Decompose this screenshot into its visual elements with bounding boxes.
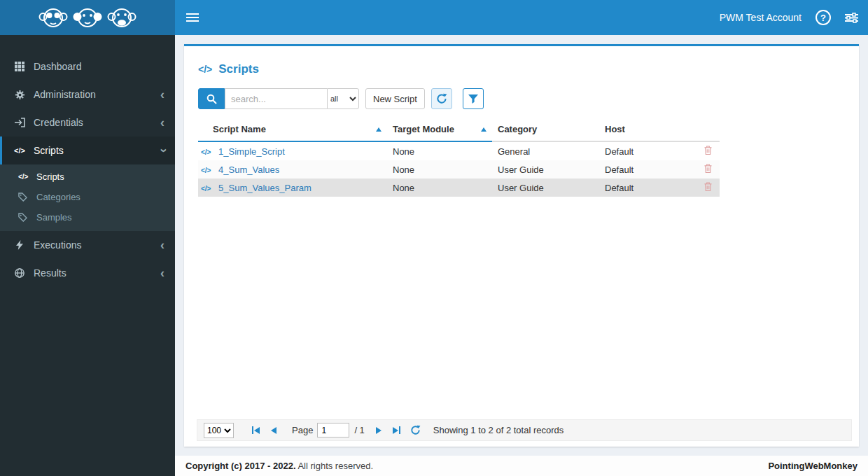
sidebar-item-label: Administration xyxy=(34,89,96,100)
page-title: </> Scripts xyxy=(198,46,845,76)
app-window: PWM Test Account ? xyxy=(0,0,868,476)
see-no-evil-monkey-icon xyxy=(38,6,69,30)
pager-refresh-button[interactable] xyxy=(410,425,421,435)
trash-icon xyxy=(704,146,712,155)
records-summary: Showing 1 to 2 of 2 total records xyxy=(433,425,564,435)
hamburger-menu-button[interactable] xyxy=(186,13,199,22)
column-header-host[interactable]: Host xyxy=(599,118,696,141)
help-icon[interactable]: ? xyxy=(816,10,831,25)
host-cell: Default xyxy=(599,160,696,178)
table-row: </> 4_Sum_Values None User Guide Default xyxy=(198,160,720,178)
submenu-item-categories[interactable]: Categories xyxy=(0,187,175,207)
submenu-item-samples[interactable]: Samples xyxy=(0,207,175,227)
sidebar-item-credentials[interactable]: Credentials ‹ xyxy=(0,108,175,136)
sidebar-item-dashboard[interactable]: Dashboard xyxy=(0,52,175,80)
total-pages-label: / 1 xyxy=(354,425,364,435)
previous-page-button[interactable] xyxy=(271,427,276,434)
category-cell: User Guide xyxy=(492,178,599,197)
trash-icon xyxy=(704,182,712,191)
refresh-icon xyxy=(436,93,447,104)
speak-no-evil-monkey-icon xyxy=(106,6,137,30)
sidebar-item-results[interactable]: Results ‹ xyxy=(0,259,175,287)
script-link[interactable]: 4_Sum_Values xyxy=(218,164,279,175)
category-cell: User Guide xyxy=(492,160,599,178)
globe-icon xyxy=(10,268,29,278)
sort-asc-icon xyxy=(376,127,382,132)
sidebar-item-label: Scripts xyxy=(34,145,64,156)
toolbar: all New Script xyxy=(198,88,845,109)
search-icon xyxy=(206,94,217,104)
script-link[interactable]: 1_Simple_Script xyxy=(218,146,285,157)
submenu-item-label: Scripts xyxy=(36,172,64,182)
next-page-icon xyxy=(376,427,382,434)
sidebar-item-executions[interactable]: Executions ‹ xyxy=(0,231,175,259)
refresh-icon xyxy=(410,425,421,435)
dashboard-grid-icon xyxy=(10,62,29,71)
header-actions: PWM Test Account ? xyxy=(720,0,858,35)
code-icon: </> xyxy=(201,185,211,192)
sidebar-item-label: Credentials xyxy=(34,117,83,128)
delete-script-button[interactable] xyxy=(704,146,712,155)
sidebar-item-administration[interactable]: Administration ‹ xyxy=(0,80,175,108)
page-label: Page xyxy=(292,425,313,435)
tag-icon xyxy=(18,213,32,222)
table-row: </> 5_Sum_Values_Param None User Guide D… xyxy=(198,178,720,197)
account-label: PWM Test Account xyxy=(720,12,802,23)
target-module-cell: None xyxy=(387,178,492,197)
scripts-panel: </> Scripts all New Script xyxy=(184,44,859,447)
sidebar-item-label: Executions xyxy=(34,239,81,251)
sidebar-item-label: Results xyxy=(34,267,66,279)
settings-sliders-icon[interactable] xyxy=(845,13,858,23)
column-header-target-module[interactable]: Target Module xyxy=(387,118,492,141)
search-button[interactable] xyxy=(198,88,225,109)
delete-script-button[interactable] xyxy=(704,164,712,173)
page-title-label: Scripts xyxy=(218,62,259,76)
filter-button[interactable] xyxy=(463,88,484,109)
chevron-left-icon: ‹ xyxy=(160,119,164,126)
search-input[interactable] xyxy=(225,88,327,109)
code-icon: </> xyxy=(10,146,29,155)
first-page-icon xyxy=(252,426,253,434)
hamburger-icon xyxy=(186,13,199,22)
host-cell: Default xyxy=(599,178,696,197)
code-icon: </> xyxy=(201,167,211,174)
delete-script-button[interactable] xyxy=(704,182,712,191)
column-header-category[interactable]: Category xyxy=(492,118,599,141)
chevron-down-icon: ‹ xyxy=(159,148,166,153)
top-bar: PWM Test Account ? xyxy=(0,0,868,35)
copyright: Copyright (c) 2017 - 2022. All rights re… xyxy=(186,461,373,471)
chevron-left-icon: ‹ xyxy=(160,241,164,248)
logo[interactable] xyxy=(0,0,175,35)
sidebar-item-scripts[interactable]: </> Scripts ‹ xyxy=(0,136,175,164)
submenu-item-label: Categories xyxy=(36,192,80,202)
code-icon: </> xyxy=(198,64,212,75)
table-row: </> 1_Simple_Script None General Default xyxy=(198,141,720,160)
next-page-button[interactable] xyxy=(376,427,382,434)
scripts-submenu: </> Scripts Categories Samples xyxy=(0,164,175,231)
script-link[interactable]: 5_Sum_Values_Param xyxy=(218,183,312,193)
sign-in-icon xyxy=(10,118,29,127)
tag-icon xyxy=(18,192,32,202)
pagination-bar: 100 Page / 1 xyxy=(197,419,852,441)
sidebar: Dashboard Administration ‹ Cre xyxy=(0,35,175,476)
target-module-cell: None xyxy=(387,160,492,178)
new-script-button[interactable]: New Script xyxy=(365,88,425,109)
filter-funnel-icon xyxy=(468,94,478,104)
submenu-item-scripts[interactable]: </> Scripts xyxy=(0,167,175,187)
main-content: </> Scripts all New Script xyxy=(175,35,868,456)
sort-asc-icon xyxy=(481,127,486,132)
footer: Copyright (c) 2017 - 2022. All rights re… xyxy=(175,456,868,476)
page-size-select[interactable]: 100 xyxy=(204,423,234,438)
scripts-table: Script Name Target Module Category Host xyxy=(198,118,720,197)
trash-icon xyxy=(704,164,712,173)
column-header-script-name[interactable]: Script Name xyxy=(198,118,387,141)
page-number-input[interactable] xyxy=(317,423,349,438)
first-page-button[interactable] xyxy=(252,426,260,434)
chevron-left-icon: ‹ xyxy=(160,270,164,276)
question-mark: ? xyxy=(820,13,826,23)
category-cell: General xyxy=(492,141,599,160)
previous-page-icon xyxy=(271,427,276,434)
refresh-button[interactable] xyxy=(431,88,452,109)
last-page-button[interactable] xyxy=(393,426,400,434)
search-scope-select[interactable]: all xyxy=(327,88,359,109)
